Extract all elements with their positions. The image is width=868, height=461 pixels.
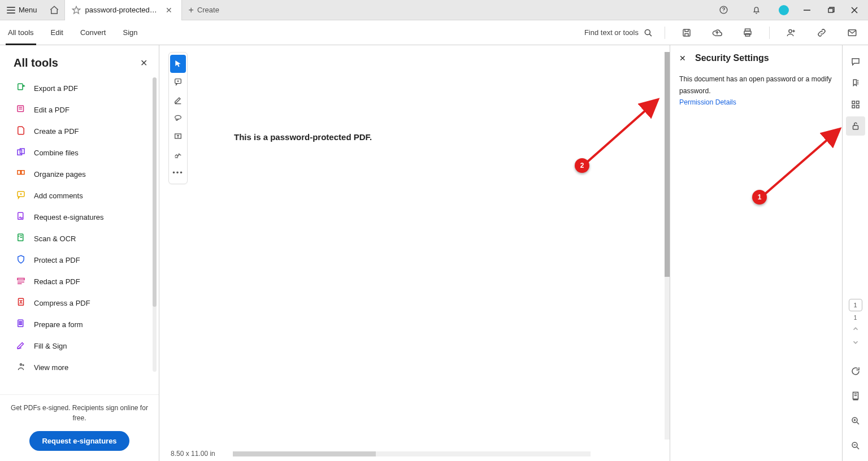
form-icon bbox=[16, 319, 26, 330]
mail-icon bbox=[847, 28, 857, 38]
svg-rect-51 bbox=[856, 101, 859, 104]
thumbnails-panel-button[interactable] bbox=[846, 95, 865, 114]
plus-icon: + bbox=[189, 5, 194, 15]
sidebar-item-label: Edit a PDF bbox=[34, 106, 70, 114]
page-vertical-scrollbar[interactable] bbox=[665, 52, 670, 440]
hamburger-icon bbox=[7, 7, 15, 14]
send-button[interactable] bbox=[842, 23, 862, 43]
fill-sign-icon bbox=[16, 340, 26, 352]
export-icon bbox=[16, 82, 26, 94]
search-icon bbox=[643, 28, 653, 38]
permission-details-link[interactable]: Permission Details bbox=[679, 98, 736, 106]
security-panel-title: Security Settings bbox=[695, 53, 769, 63]
share-cloud-button[interactable] bbox=[707, 23, 727, 43]
request-esignatures-button[interactable]: Request e-signatures bbox=[29, 431, 129, 451]
close-security-panel-button[interactable]: ✕ bbox=[679, 54, 686, 63]
svg-marker-0 bbox=[72, 6, 80, 14]
annotation-1: 1 bbox=[752, 190, 767, 205]
sidebar-item-combine[interactable]: Combine files bbox=[6, 142, 159, 163]
sidebar-item-request-sign[interactable]: Request e-signatures bbox=[6, 206, 159, 228]
sidebar-item-redact[interactable]: Redact a PDF bbox=[6, 271, 159, 292]
sidebar-item-label: Protect a PDF bbox=[34, 256, 80, 264]
profile-avatar[interactable] bbox=[779, 5, 789, 15]
help-button[interactable] bbox=[713, 0, 734, 20]
sidebar-item-comments[interactable]: Add comments bbox=[6, 185, 159, 206]
sidebar-scrollbar[interactable] bbox=[153, 77, 157, 372]
security-message: This document has an open password or a … bbox=[679, 75, 832, 95]
find-tool[interactable]: Find text or tools bbox=[584, 28, 653, 38]
add-person-icon bbox=[786, 28, 796, 38]
save-button[interactable] bbox=[676, 23, 697, 43]
restore-icon bbox=[827, 6, 835, 14]
copy-link-button[interactable] bbox=[811, 23, 832, 43]
close-sidebar-button[interactable]: ✕ bbox=[140, 58, 147, 68]
toolbar-separator bbox=[769, 27, 770, 39]
combine-icon bbox=[16, 147, 26, 159]
page-horizontal-scrollbar[interactable] bbox=[233, 451, 591, 456]
zoom-out-button[interactable] bbox=[846, 436, 865, 455]
sidebar-item-form[interactable]: Prepare a form bbox=[6, 314, 159, 335]
tab-convert[interactable]: Convert bbox=[78, 20, 108, 45]
main-toolbar: All tools Edit Convert Sign Find text or… bbox=[0, 20, 868, 45]
redact-icon bbox=[16, 276, 26, 288]
pdf-page[interactable]: This is a password-protected PDF. bbox=[199, 53, 663, 446]
tab-edit[interactable]: Edit bbox=[49, 20, 66, 45]
sidebar-item-protect[interactable]: Protect a PDF bbox=[6, 249, 159, 271]
security-panel-button[interactable] bbox=[846, 116, 865, 136]
tab-all-tools[interactable]: All tools bbox=[6, 20, 36, 45]
window-minimize-button[interactable] bbox=[801, 0, 813, 20]
notifications-button[interactable] bbox=[746, 0, 766, 20]
svg-rect-24 bbox=[21, 170, 24, 174]
document-tab[interactable]: password-protected.pdf ... ✕ bbox=[64, 0, 182, 20]
page-up-button[interactable] bbox=[846, 323, 865, 334]
document-text: This is a password-protected PDF. bbox=[234, 132, 372, 142]
page-dimensions-label: 8.50 x 11.00 in bbox=[171, 450, 215, 458]
sidebar-item-label: Scan & OCR bbox=[34, 234, 76, 243]
annotation-2: 2 bbox=[575, 158, 589, 173]
compress-icon bbox=[16, 297, 26, 309]
sidebar-item-label: Export a PDF bbox=[34, 84, 78, 93]
window-close-button[interactable] bbox=[849, 0, 860, 20]
sidebar-item-scan[interactable]: Scan & OCR bbox=[6, 228, 159, 249]
bookmarks-panel-button[interactable] bbox=[846, 73, 865, 93]
window-restore-button[interactable] bbox=[825, 0, 836, 20]
svg-line-46 bbox=[761, 130, 839, 198]
page-down-button[interactable] bbox=[846, 337, 865, 348]
svg-line-60 bbox=[857, 422, 859, 424]
security-settings-panel: ✕ Security Settings This document has an… bbox=[670, 45, 842, 461]
all-tools-sidebar: All tools ✕ Export a PDFEdit a PDFCreate… bbox=[0, 45, 159, 461]
svg-rect-53 bbox=[856, 106, 859, 108]
share-button[interactable] bbox=[781, 23, 801, 43]
star-icon bbox=[72, 6, 81, 15]
sidebar-item-fill-sign[interactable]: Fill & Sign bbox=[6, 335, 159, 356]
close-tab-button[interactable]: ✕ bbox=[163, 5, 175, 16]
tab-title: password-protected.pdf ... bbox=[85, 6, 159, 14]
sidebar-item-label: Fill & Sign bbox=[34, 342, 67, 350]
zoom-in-button[interactable] bbox=[846, 411, 865, 430]
sidebar-item-export[interactable]: Export a PDF bbox=[6, 77, 159, 99]
home-button[interactable] bbox=[44, 0, 64, 20]
sidebar-item-compress[interactable]: Compress a PDF bbox=[6, 292, 159, 314]
print-button[interactable] bbox=[737, 23, 758, 43]
svg-rect-30 bbox=[18, 278, 24, 280]
page-number-input[interactable]: 1 bbox=[849, 299, 862, 311]
rotate-view-button[interactable] bbox=[846, 362, 865, 381]
unlock-icon bbox=[850, 121, 861, 131]
sidebar-footer-text: Get PDFs e-signed. Recipients sign onlin… bbox=[10, 403, 149, 423]
svg-line-8 bbox=[649, 34, 652, 36]
more-icon bbox=[16, 362, 26, 373]
sidebar-item-edit[interactable]: Edit a PDF bbox=[6, 99, 159, 120]
sidebar-item-more[interactable]: View more bbox=[6, 356, 159, 378]
protect-icon bbox=[16, 254, 26, 266]
tab-sign[interactable]: Sign bbox=[120, 20, 140, 45]
sidebar-item-organize[interactable]: Organize pages bbox=[6, 163, 159, 185]
page-display-button[interactable] bbox=[846, 386, 865, 406]
help-icon bbox=[719, 5, 728, 15]
sidebar-item-create[interactable]: Create a PDF bbox=[6, 120, 159, 142]
print-icon bbox=[743, 28, 753, 38]
menu-button[interactable]: Menu bbox=[0, 0, 44, 20]
bell-icon bbox=[752, 5, 761, 15]
create-tab-button[interactable]: + Create bbox=[182, 0, 226, 20]
comments-panel-button[interactable] bbox=[846, 52, 865, 71]
sidebar-item-label: Redact a PDF bbox=[34, 277, 80, 286]
